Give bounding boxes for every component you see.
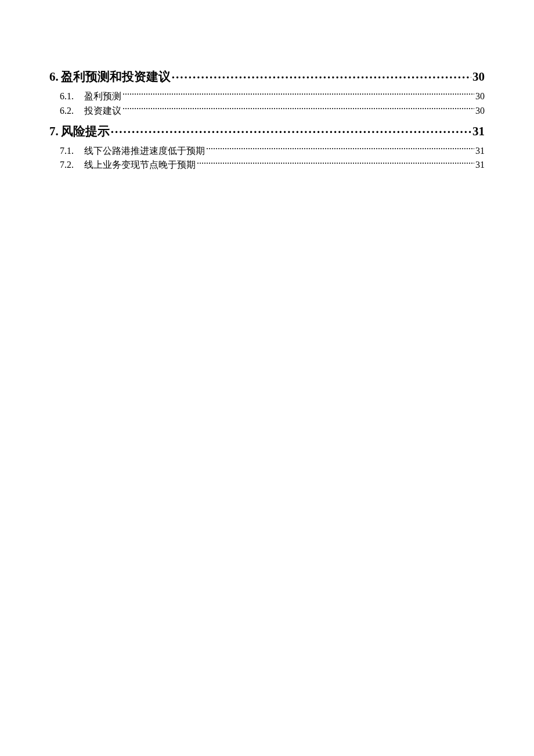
toc-h1-title: 盈利预测和投资建议 <box>61 69 171 85</box>
toc-h2-entry: 7.2. 线上业务变现节点晚于预期 31 <box>49 158 485 172</box>
toc-h2-title: 线下公路港推进速度低于预期 <box>84 144 205 159</box>
toc-h2-page: 30 <box>475 104 485 118</box>
toc-leader <box>122 105 474 114</box>
toc-container: 6. 盈利预测和投资建议 30 6.1. 盈利预测 30 6.2. 投资建议 3… <box>49 69 485 172</box>
toc-leader <box>197 159 474 168</box>
toc-leader <box>206 145 474 154</box>
toc-leader <box>111 123 471 135</box>
toc-h2-num: 7.1. <box>60 144 74 159</box>
toc-h2-num: 6.1. <box>60 89 74 104</box>
toc-h2-page: 30 <box>475 89 485 104</box>
toc-h1-num: 7. <box>49 124 59 139</box>
toc-h2-title: 投资建议 <box>84 104 121 118</box>
toc-h1-page: 30 <box>472 70 485 84</box>
toc-h1-entry: 7. 风险提示 31 <box>49 123 485 139</box>
toc-h2-num: 7.2. <box>60 158 74 172</box>
toc-h1-title: 风险提示 <box>61 123 110 139</box>
toc-leader <box>122 90 474 99</box>
toc-h1-num: 6. <box>49 70 59 84</box>
toc-leader <box>172 69 471 81</box>
toc-h2-num: 6.2. <box>60 104 74 118</box>
toc-h2-entry: 6.2. 投资建议 30 <box>49 104 485 118</box>
toc-h1-entry: 6. 盈利预测和投资建议 30 <box>49 69 485 85</box>
toc-h2-entry: 6.1. 盈利预测 30 <box>49 89 485 104</box>
toc-h2-title: 盈利预测 <box>84 89 121 104</box>
toc-h2-entry: 7.1. 线下公路港推进速度低于预期 31 <box>49 144 485 159</box>
toc-h2-page: 31 <box>475 158 485 172</box>
toc-h2-title: 线上业务变现节点晚于预期 <box>84 158 196 172</box>
toc-h2-page: 31 <box>475 144 485 159</box>
toc-h1-page: 31 <box>472 124 485 139</box>
